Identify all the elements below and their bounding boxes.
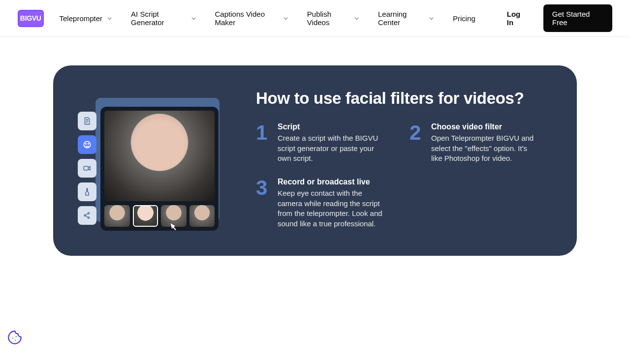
main-face-preview xyxy=(104,111,215,201)
chevron-down-icon xyxy=(354,15,359,21)
nav-ai-script-generator[interactable]: AI Script Generator xyxy=(131,10,196,27)
hero-title: How to use facial filters for videos? xyxy=(256,89,549,108)
chevron-down-icon xyxy=(429,15,434,21)
nav-label: Captions Video Maker xyxy=(215,10,279,27)
filter-thumbnails xyxy=(104,205,215,231)
svg-point-1 xyxy=(86,144,87,145)
login-link[interactable]: Log In xyxy=(507,10,528,27)
nav-label: Learning Center xyxy=(378,10,425,27)
step-3: 3 Record or broadcast live Keep eye cont… xyxy=(256,178,396,229)
nav-label: Pricing xyxy=(453,14,475,23)
nav-pricing[interactable]: Pricing xyxy=(453,14,475,23)
get-started-button[interactable]: Get Started Free xyxy=(543,4,612,32)
steps-grid: 1 Script Create a script with the BIGVU … xyxy=(256,122,549,229)
nav-label: Publish Videos xyxy=(307,10,350,27)
pointer-cursor-icon xyxy=(165,220,182,239)
filter-thumb xyxy=(189,205,215,227)
hero-illustration xyxy=(81,89,228,229)
svg-point-8 xyxy=(15,339,16,341)
cookie-settings-button[interactable] xyxy=(6,329,24,346)
step-text: Create a script with the BIGVU script ge… xyxy=(278,133,386,164)
logo[interactable]: BIGVU xyxy=(18,10,44,27)
svg-point-9 xyxy=(16,336,17,337)
step-1: 1 Script Create a script with the BIGVU … xyxy=(256,122,396,164)
svg-point-4 xyxy=(84,215,86,216)
hero-content: How to use facial filters for videos? 1 … xyxy=(256,89,549,229)
filter-thumb xyxy=(104,205,130,227)
brush-icon xyxy=(78,182,96,201)
chevron-down-icon xyxy=(191,15,196,21)
share-icon xyxy=(78,206,96,225)
step-text: Keep eye contact with the camera while r… xyxy=(278,188,386,229)
step-title: Choose video filter xyxy=(431,122,549,131)
chevron-down-icon xyxy=(283,15,288,21)
main-nav: Teleprompter AI Script Generator Caption… xyxy=(60,10,475,27)
nav-publish-videos[interactable]: Publish Videos xyxy=(307,10,359,27)
svg-point-7 xyxy=(12,337,13,339)
svg-point-6 xyxy=(88,217,90,218)
nav-label: AI Script Generator xyxy=(131,10,187,27)
chevron-down-icon xyxy=(106,15,112,21)
site-header: BIGVU Teleprompter AI Script Generator C… xyxy=(0,0,630,37)
illustration-frame xyxy=(100,107,219,231)
step-number: 1 xyxy=(256,122,271,164)
step-2: 2 Choose video filter Open Teleprompter … xyxy=(410,122,549,164)
face-filter-icon xyxy=(78,135,96,154)
illustration-toolbar xyxy=(78,112,96,225)
step-title: Script xyxy=(278,122,396,131)
step-title: Record or broadcast live xyxy=(278,178,396,186)
svg-point-2 xyxy=(88,144,89,145)
step-text: Open Teleprompter BIGVU and select the "… xyxy=(431,133,539,164)
camera-icon xyxy=(78,159,96,178)
svg-point-5 xyxy=(88,212,90,214)
nav-captions-video-maker[interactable]: Captions Video Maker xyxy=(215,10,288,27)
svg-rect-3 xyxy=(84,166,88,170)
hero-card: How to use facial filters for videos? 1 … xyxy=(53,65,577,256)
step-number: 2 xyxy=(410,122,424,164)
nav-label: Teleprompter xyxy=(60,14,103,23)
filter-thumb-selected xyxy=(133,205,158,227)
step-number: 3 xyxy=(256,178,271,229)
nav-teleprompter[interactable]: Teleprompter xyxy=(60,14,113,23)
nav-learning-center[interactable]: Learning Center xyxy=(378,10,434,27)
script-icon xyxy=(78,112,96,130)
